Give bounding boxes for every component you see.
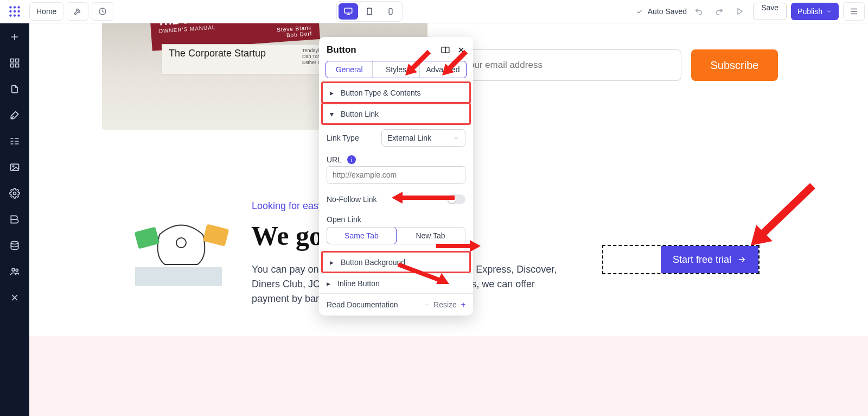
accordion-button-type[interactable]: ▸ Button Type & Contents <box>322 83 470 103</box>
add-icon[interactable] <box>8 30 21 43</box>
selected-button-wrapper[interactable]: Start free trial <box>602 245 760 274</box>
blocks-icon[interactable] <box>8 56 21 70</box>
svg-rect-11 <box>367 8 372 15</box>
read-documentation-link[interactable]: Read Documentation <box>327 300 398 309</box>
svg-rect-23 <box>135 267 222 286</box>
book-corporate-startup: The Corporate Startup Tendayi Viki Dan T… <box>162 44 335 74</box>
svg-rect-16 <box>16 64 19 67</box>
panel-tabs: General Styles Advanced <box>326 61 467 78</box>
section-bg <box>29 336 868 416</box>
device-tablet[interactable] <box>360 3 379 20</box>
left-sidebar <box>0 0 29 416</box>
subscribe-button[interactable]: Subscribe <box>691 49 778 81</box>
resize-minus[interactable]: − <box>425 300 429 309</box>
tab-general[interactable]: General <box>326 61 372 78</box>
url-input[interactable] <box>327 166 465 184</box>
same-tab-option[interactable]: Same Tab <box>327 227 397 244</box>
open-link-segment: Same Tab New Tab <box>327 227 465 244</box>
tools-icon[interactable] <box>8 291 21 304</box>
caret-right-icon: ▸ <box>330 89 335 97</box>
svg-point-5 <box>17 10 20 12</box>
svg-point-3 <box>9 10 11 12</box>
device-desktop[interactable] <box>339 3 358 20</box>
blog-icon[interactable] <box>8 213 21 226</box>
save-button[interactable]: Save <box>753 3 787 20</box>
panel-title: Button <box>327 45 356 55</box>
chevron-down-icon <box>453 135 459 141</box>
device-mobile[interactable] <box>381 3 400 20</box>
openlink-label: Open Link <box>327 215 361 224</box>
page-icon[interactable] <box>8 83 21 96</box>
svg-rect-14 <box>16 59 19 62</box>
svg-point-21 <box>12 268 15 271</box>
accordion-button-link[interactable]: ▾ Button Link <box>322 104 470 124</box>
tab-styles[interactable]: Styles <box>372 61 419 78</box>
svg-point-1 <box>14 6 16 8</box>
new-tab-option[interactable]: New Tab <box>396 228 465 244</box>
users-icon[interactable] <box>8 265 21 278</box>
email-input[interactable] <box>454 49 681 81</box>
start-trial-label: Start free trial <box>673 254 731 266</box>
publish-label: Publish <box>797 7 822 16</box>
autosave-status: Auto Saved <box>636 7 687 16</box>
svg-point-7 <box>14 14 16 16</box>
tab-advanced[interactable]: Advanced <box>419 61 466 78</box>
close-icon[interactable] <box>457 46 465 54</box>
redo-button[interactable] <box>711 3 728 20</box>
svg-rect-17 <box>11 164 19 171</box>
chevron-down-icon <box>826 8 832 15</box>
illustration <box>124 216 238 292</box>
link-type-select[interactable]: External Link <box>381 129 465 147</box>
svg-rect-15 <box>11 64 14 67</box>
svg-rect-25 <box>135 226 160 249</box>
svg-point-6 <box>9 14 11 16</box>
history-button[interactable] <box>92 2 113 21</box>
caret-down-icon: ▾ <box>330 110 335 118</box>
device-switcher <box>336 1 403 22</box>
tree-icon[interactable] <box>8 135 21 148</box>
link-type-label: Link Type <box>327 134 359 142</box>
svg-point-24 <box>176 238 186 248</box>
accordion-button-background[interactable]: ▸ Button Background <box>322 252 470 272</box>
svg-point-22 <box>16 269 18 271</box>
svg-point-18 <box>12 166 14 167</box>
svg-rect-10 <box>344 8 352 13</box>
settings-panel: Button General Styles Advanced ▸ Button … <box>319 37 473 316</box>
url-label: URL <box>327 155 342 164</box>
start-trial-button[interactable]: Start free trial <box>661 246 758 273</box>
autosave-label: Auto Saved <box>648 7 687 16</box>
data-icon[interactable] <box>8 239 21 252</box>
info-icon[interactable]: i <box>347 155 356 164</box>
svg-rect-26 <box>203 224 229 246</box>
arrow-right-icon <box>737 255 746 264</box>
svg-point-0 <box>9 6 11 8</box>
accordion-inline-button[interactable]: ▸ Inline Button <box>319 273 473 293</box>
publish-button[interactable]: Publish <box>791 3 839 20</box>
wrench-button[interactable] <box>67 2 88 21</box>
topbar: Home Auto Saved Save Publish <box>0 0 868 23</box>
nofollow-label: No-Follow Link <box>327 195 377 204</box>
svg-point-8 <box>17 14 20 16</box>
nofollow-toggle[interactable] <box>447 194 465 204</box>
svg-point-4 <box>14 10 16 12</box>
svg-rect-13 <box>11 59 14 62</box>
home-tab[interactable]: Home <box>29 2 63 21</box>
svg-point-2 <box>17 6 20 8</box>
caret-right-icon: ▸ <box>330 258 335 267</box>
caret-right-icon: ▸ <box>327 279 332 288</box>
svg-rect-12 <box>389 9 392 15</box>
resize-control: − Resize + <box>425 300 465 309</box>
design-icon[interactable] <box>8 109 21 122</box>
image-icon[interactable] <box>8 161 21 174</box>
preview-button[interactable] <box>731 3 749 20</box>
svg-point-20 <box>11 242 18 244</box>
svg-point-19 <box>14 192 16 195</box>
resize-plus[interactable]: + <box>461 300 465 309</box>
hamburger-button[interactable] <box>843 2 865 21</box>
undo-button[interactable] <box>690 3 707 20</box>
gear-icon[interactable] <box>8 187 21 200</box>
app-logo[interactable] <box>3 2 26 21</box>
layout-icon[interactable] <box>441 45 450 55</box>
